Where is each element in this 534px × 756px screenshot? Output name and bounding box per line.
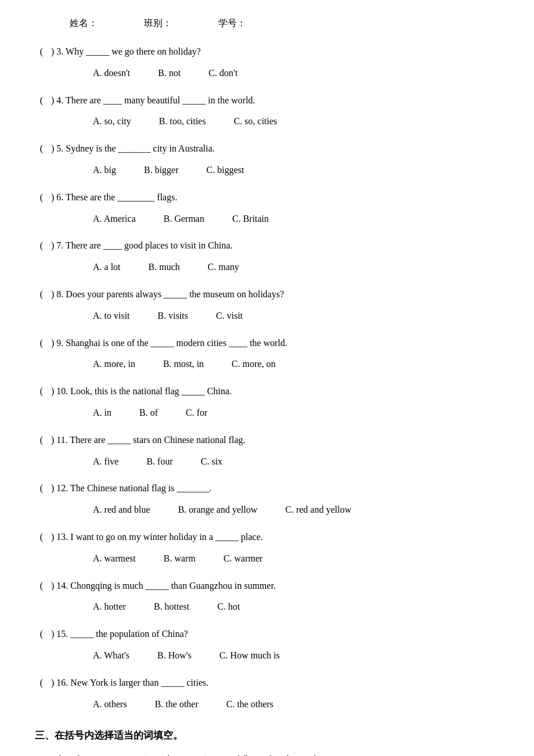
- question-12-option-2: C. red and yellow: [286, 502, 352, 519]
- question-12-option-1: B. orange and yellow: [178, 502, 258, 519]
- question-12-text: ) 12. The Chinese national flag is _____…: [51, 480, 499, 497]
- question-3-option-1: B. not: [158, 65, 181, 82]
- question-16-option-1: B. the other: [155, 696, 199, 713]
- question-3-line: ( ) 3. Why _____ we go there on holiday?: [35, 44, 499, 60]
- question-3-option-0: A. doesn't: [93, 65, 130, 82]
- question-9-option-2: C. more, on: [232, 356, 276, 373]
- paren-left-7: (: [35, 237, 43, 254]
- paren-left-8: (: [35, 286, 43, 303]
- question-7-option-1: B. much: [149, 259, 180, 276]
- question-10-option-1: B. of: [139, 405, 158, 422]
- question-9: ( ) 9. Shanghai is one of the _____ mode…: [35, 335, 499, 373]
- question-6-options: A. AmericaB. GermanC. Britain: [35, 211, 499, 228]
- questions-container: ( ) 3. Why _____ we go there on holiday?…: [35, 44, 499, 712]
- question-13-option-0: A. warmest: [93, 550, 136, 567]
- paren-right-7: [43, 237, 51, 254]
- question-14-line: ( ) 14. Chongqing is much _____ than Gua…: [35, 578, 499, 595]
- question-5: ( ) 5. Sydney is the _______ city in Aus…: [35, 141, 499, 179]
- paren-right-11: [43, 432, 51, 449]
- question-3-options: A. doesn'tB. notC. don't: [35, 65, 499, 82]
- paren-left-12: (: [35, 480, 43, 497]
- question-14-option-2: C. hot: [217, 599, 240, 615]
- question-13-options: A. warmestB. warmC. warmer: [35, 550, 499, 567]
- question-10: ( ) 10. Look, this is the national flag …: [35, 383, 499, 422]
- question-13-option-2: C. warmer: [223, 550, 263, 567]
- paren-left-3: (: [35, 44, 43, 60]
- question-11-option-2: C. six: [201, 453, 222, 470]
- id-field: 学号：: [218, 17, 246, 30]
- question-11-option-0: A. five: [93, 453, 118, 470]
- question-9-line: ( ) 9. Shanghai is one of the _____ mode…: [35, 335, 499, 352]
- fill-question-1: 1. Look at the (French / France) nationa…: [35, 751, 499, 756]
- question-16: ( ) 16. New York is larger than _____ ci…: [35, 675, 499, 713]
- question-16-text: ) 16. New York is larger than _____ citi…: [51, 675, 499, 692]
- question-9-text: ) 9. Shanghai is one of the _____ modern…: [51, 335, 499, 352]
- question-4-options: A. so, cityB. too, citiesC. so, cities: [35, 113, 499, 130]
- paren-right-10: [43, 383, 51, 400]
- question-7-text: ) 7. There are ____ good places to visit…: [51, 237, 499, 254]
- question-16-options: A. othersB. the otherC. the others: [35, 696, 499, 713]
- question-7-line: ( ) 7. There are ____ good places to vis…: [35, 237, 499, 254]
- paren-left-16: (: [35, 675, 43, 692]
- paren-left-5: (: [35, 141, 43, 157]
- question-15-option-1: B. How's: [157, 647, 192, 664]
- paren-right-5: [43, 141, 51, 157]
- question-3: ( ) 3. Why _____ we go there on holiday?…: [35, 44, 499, 82]
- paren-right-15: [43, 626, 51, 643]
- question-6-option-2: C. Britain: [232, 211, 269, 228]
- question-7-options: A. a lotB. muchC. many: [35, 259, 499, 276]
- question-12-option-0: A. red and blue: [93, 502, 150, 519]
- question-8-option-2: C. visit: [216, 308, 243, 325]
- question-15: ( ) 15. _____ the population of China?A.…: [35, 626, 499, 664]
- question-9-options: A. more, inB. most, inC. more, on: [35, 356, 499, 373]
- question-5-options: A. bigB. biggerC. biggest: [35, 162, 499, 179]
- question-13-text: ) 13. I want to go on my winter holiday …: [51, 529, 499, 546]
- question-3-option-2: C. don't: [208, 65, 237, 82]
- question-7-option-2: C. many: [208, 259, 239, 276]
- question-10-line: ( ) 10. Look, this is the national flag …: [35, 383, 499, 400]
- question-4: ( ) 4. There are ____ many beautiful ___…: [35, 92, 499, 131]
- question-5-option-1: B. bigger: [144, 162, 179, 179]
- paren-left-6: (: [35, 189, 43, 206]
- question-10-option-2: C. for: [186, 405, 207, 422]
- question-5-line: ( ) 5. Sydney is the _______ city in Aus…: [35, 141, 499, 157]
- section3-title: 三、在括号内选择适当的词填空。: [35, 729, 499, 742]
- question-10-option-0: A. in: [93, 405, 111, 422]
- paren-right-12: [43, 480, 51, 497]
- question-14-option-0: A. hotter: [93, 599, 126, 615]
- question-4-line: ( ) 4. There are ____ many beautiful ___…: [35, 92, 499, 109]
- paren-right-13: [43, 529, 51, 546]
- question-8: ( ) 8. Does your parents always _____ th…: [35, 286, 499, 325]
- question-14-text: ) 14. Chongqing is much _____ than Guang…: [51, 578, 499, 595]
- paren-left-10: (: [35, 383, 43, 400]
- paren-left-9: (: [35, 335, 43, 352]
- question-8-option-0: A. to visit: [93, 308, 130, 325]
- question-16-line: ( ) 16. New York is larger than _____ ci…: [35, 675, 499, 692]
- paren-left-13: (: [35, 529, 43, 546]
- question-11-options: A. fiveB. fourC. six: [35, 453, 499, 470]
- question-8-text: ) 8. Does your parents always _____ the …: [51, 286, 499, 303]
- name-field: 姓名：: [70, 17, 98, 30]
- question-11-option-1: B. four: [146, 453, 172, 470]
- paren-right-9: [43, 335, 51, 352]
- question-3-text: ) 3. Why _____ we go there on holiday?: [51, 44, 499, 60]
- question-8-line: ( ) 8. Does your parents always _____ th…: [35, 286, 499, 303]
- question-7-option-0: A. a lot: [93, 259, 121, 276]
- question-14-options: A. hotterB. hottestC. hot: [35, 599, 499, 615]
- question-8-options: A. to visitB. visitsC. visit: [35, 308, 499, 325]
- question-16-option-2: C. the others: [226, 696, 273, 713]
- header-row: 姓名： 班别： 学号：: [35, 17, 499, 30]
- question-7: ( ) 7. There are ____ good places to vis…: [35, 237, 499, 276]
- question-13-option-1: B. warm: [164, 550, 196, 567]
- question-5-option-0: A. big: [93, 162, 116, 179]
- paren-right-4: [43, 92, 51, 109]
- question-5-option-2: C. biggest: [207, 162, 244, 179]
- question-6-option-0: A. America: [93, 211, 136, 228]
- question-9-option-1: B. most, in: [163, 356, 204, 373]
- question-6-option-1: B. German: [164, 211, 204, 228]
- question-15-text: ) 15. _____ the population of China?: [51, 626, 499, 643]
- question-4-option-0: A. so, city: [93, 113, 131, 130]
- question-11: ( ) 11. There are _____ stars on Chinese…: [35, 432, 499, 470]
- paren-right-8: [43, 286, 51, 303]
- question-11-text: ) 11. There are _____ stars on Chinese n…: [51, 432, 499, 449]
